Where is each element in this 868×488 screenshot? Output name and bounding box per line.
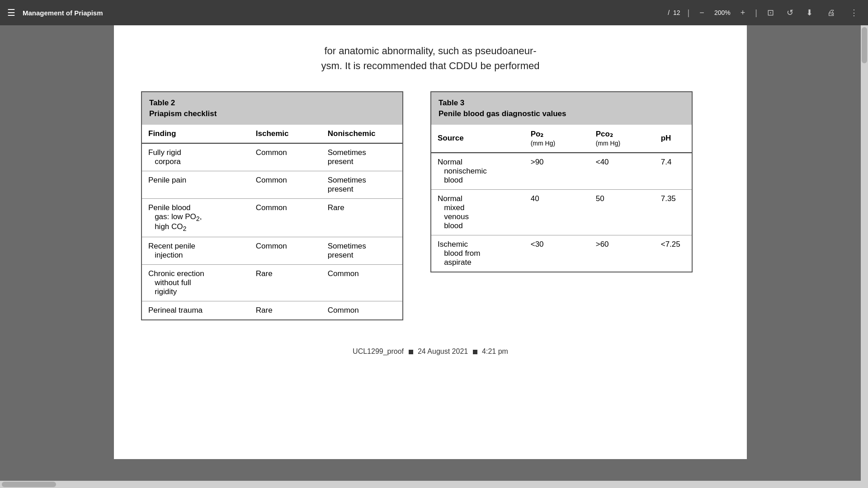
print-button[interactable]: 🖨 xyxy=(825,6,838,19)
finding-cell: Penile blood gas: low PO2, high CO2 xyxy=(142,198,250,237)
finding-cell: Chronic erection without full rigidity xyxy=(142,265,250,301)
ischemic-cell: Rare xyxy=(250,301,321,320)
finding-cell: Penile pain xyxy=(142,171,250,198)
zoom-decrease-button[interactable]: − xyxy=(697,6,707,19)
footer-text: UCL1299_proof xyxy=(353,347,404,355)
table2-header: Table 2 Priapism checklist xyxy=(142,92,402,125)
pco2-cell: 50 xyxy=(590,189,655,235)
pagination-controls: 5 / 12 xyxy=(648,9,680,16)
toolbar-right-actions: ⬇ 🖨 ⋮ xyxy=(803,6,861,19)
po2-cell: <30 xyxy=(524,235,590,272)
table3-col-source: Source xyxy=(431,125,524,153)
page-total: 12 xyxy=(673,9,680,16)
table2-col-ischemic: Ischemic xyxy=(250,125,321,143)
nonischemic-cell: Sometimespresent xyxy=(321,237,402,265)
nonischemic-cell: Sometimespresent xyxy=(321,143,402,171)
table2-col-nonischemic: Nonischemic xyxy=(321,125,402,143)
bottom-scrollbar-thumb[interactable] xyxy=(2,482,56,487)
rotate-button[interactable]: ↺ xyxy=(784,6,796,19)
footer-time: 4:21 pm xyxy=(482,347,508,355)
table3-header: Table 3 Penile blood gas diagnostic valu… xyxy=(431,92,692,125)
table3-col-ph: pH xyxy=(655,125,692,153)
table3-container: Table 3 Penile blood gas diagnostic valu… xyxy=(430,91,693,272)
finding-cell: Perineal trauma xyxy=(142,301,250,320)
ischemic-cell: Common xyxy=(250,171,321,198)
ischemic-cell: Common xyxy=(250,198,321,237)
zoom-value: 200% xyxy=(711,9,734,16)
table-row: Normal nonischemic blood>90<407.4 xyxy=(431,153,692,190)
table3-number: Table 3 xyxy=(439,98,684,108)
table-row: Fully rigid corporaCommonSometimespresen… xyxy=(142,143,402,171)
more-options-button[interactable]: ⋮ xyxy=(847,6,861,19)
hamburger-icon[interactable]: ☰ xyxy=(7,7,15,18)
table3-pco2-unit: (mm Hg) xyxy=(596,140,620,147)
pco2-cell: <40 xyxy=(590,153,655,190)
ischemic-cell: Rare xyxy=(250,265,321,301)
ischemic-cell: Common xyxy=(250,237,321,265)
table3-col-pco2: Pco₂ (mm Hg) xyxy=(590,125,655,153)
zoom-increase-button[interactable]: + xyxy=(738,6,748,19)
tables-row: Table 2 Priapism checklist Finding Ische… xyxy=(141,91,720,320)
table2-data: Finding Ischemic Nonischemic Fully rigid… xyxy=(142,125,402,320)
source-cell: Normal mixed venous blood xyxy=(431,189,524,235)
table-row: Penile painCommonSometimespresent xyxy=(142,171,402,198)
table3-po2-label: Po₂ xyxy=(531,130,544,138)
table-row: Ischemic blood from aspirate<30>60<7.25 xyxy=(431,235,692,272)
zoom-controls: − 200% + xyxy=(697,6,748,19)
ph-cell: <7.25 xyxy=(655,235,692,272)
fit-page-button[interactable]: ⊡ xyxy=(764,6,777,19)
content-area: for anatomic abnormality, such as pseudo… xyxy=(0,25,868,481)
nonischemic-cell: Common xyxy=(321,265,402,301)
nonischemic-cell: Sometimespresent xyxy=(321,171,402,198)
table3-pco2-label: Pco₂ xyxy=(596,130,613,138)
ph-cell: 7.35 xyxy=(655,189,692,235)
ischemic-cell: Common xyxy=(250,143,321,171)
download-button[interactable]: ⬇ xyxy=(803,6,816,19)
po2-cell: 40 xyxy=(524,189,590,235)
top-line2: ysm. It is recommended that CDDU be perf… xyxy=(321,60,540,71)
pdf-page[interactable]: for anatomic abnormality, such as pseudo… xyxy=(0,25,861,481)
finding-cell: Fully rigid corpora xyxy=(142,143,250,171)
table-row: Perineal traumaRareCommon xyxy=(142,301,402,320)
nonischemic-cell: Rare xyxy=(321,198,402,237)
document-title: Management of Priapism xyxy=(23,9,641,17)
table2-container: Table 2 Priapism checklist Finding Ische… xyxy=(141,91,403,320)
table2-col-finding: Finding xyxy=(142,125,250,143)
nonischemic-cell: Common xyxy=(321,301,402,320)
toolbar: ☰ Management of Priapism 5 / 12 | − 200%… xyxy=(0,0,868,25)
table3-description: Penile blood gas diagnostic values xyxy=(439,108,684,119)
footer-date: 24 August 2021 xyxy=(418,347,468,355)
source-cell: Ischemic blood from aspirate xyxy=(431,235,524,272)
page-separator: / xyxy=(668,9,670,16)
table-row: Normal mixed venous blood40507.35 xyxy=(431,189,692,235)
page-content: for anatomic abnormality, such as pseudo… xyxy=(114,25,747,459)
table2-description: Priapism checklist xyxy=(149,108,395,119)
table-row: Recent penile injectionCommonSometimespr… xyxy=(142,237,402,265)
table3-po2-unit: (mm Hg) xyxy=(531,140,555,147)
right-scrollbar[interactable] xyxy=(861,25,868,481)
divider1: | xyxy=(688,8,690,18)
table3-col-po2: Po₂ (mm Hg) xyxy=(524,125,590,153)
page-input[interactable]: 5 xyxy=(648,9,664,16)
divider2: | xyxy=(755,8,757,18)
source-cell: Normal nonischemic blood xyxy=(431,153,524,190)
footer-separator1 xyxy=(409,350,413,354)
bottom-scrollbar[interactable] xyxy=(0,481,868,488)
table3-data: Source Po₂ (mm Hg) Pco₂ (mm Hg) pH xyxy=(431,125,692,272)
footer: UCL1299_proof 24 August 2021 4:21 pm xyxy=(141,347,720,365)
finding-cell: Recent penile injection xyxy=(142,237,250,265)
table2-number: Table 2 xyxy=(149,98,395,108)
table-row: Penile blood gas: low PO2, high CO2Commo… xyxy=(142,198,402,237)
table-row: Chronic erection without full rigidityRa… xyxy=(142,265,402,301)
top-line1: for anatomic abnormality, such as pseudo… xyxy=(324,45,536,56)
footer-separator2 xyxy=(473,350,477,354)
pco2-cell: >60 xyxy=(590,235,655,272)
top-partial-text: for anatomic abnormality, such as pseudo… xyxy=(141,39,720,87)
po2-cell: >90 xyxy=(524,153,590,190)
right-scrollbar-thumb[interactable] xyxy=(862,27,867,63)
ph-cell: 7.4 xyxy=(655,153,692,190)
